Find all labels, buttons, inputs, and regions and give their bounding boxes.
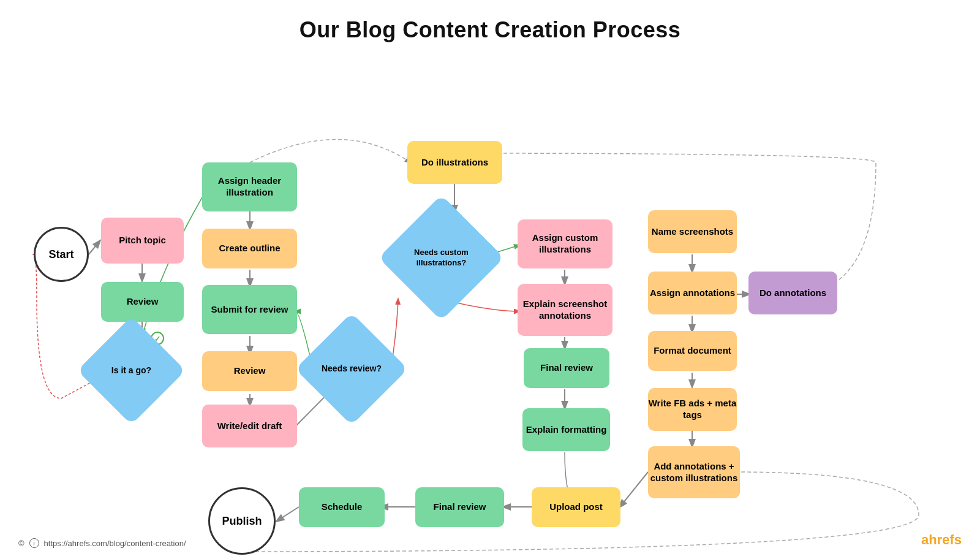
- needs-custom-node: Needs custom illustrations?: [397, 213, 486, 302]
- write-edit-node: Write/edit draft: [202, 405, 297, 447]
- assign-custom-node: Assign custom illustrations: [518, 219, 612, 268]
- pitch-topic-node: Pitch topic: [101, 218, 184, 264]
- assign-header-node: Assign header illustration: [202, 162, 297, 211]
- explain-formatting-node: Explain formatting: [522, 408, 610, 451]
- needs-review-node: Needs review?: [312, 329, 391, 409]
- brand-logo: ahrefs: [921, 532, 962, 548]
- review1-node: Review: [101, 282, 184, 322]
- review2-node: Review: [202, 351, 297, 391]
- final-review2-node: Final review: [415, 487, 504, 527]
- schedule-node: Schedule: [299, 487, 385, 527]
- info-icon: i: [29, 538, 39, 548]
- add-annotations-node: Add annotations + custom illustrations: [648, 446, 740, 498]
- submit-review-node: Submit for review: [202, 285, 297, 334]
- copyright-icon: ©: [18, 539, 24, 548]
- explain-screenshot-node: Explain screenshot annotations: [518, 284, 612, 336]
- write-fb-ads-node: Write FB ads + meta tags: [648, 388, 737, 431]
- svg-line-33: [277, 507, 299, 521]
- create-outline-node: Create outline: [202, 229, 297, 268]
- publish-node: Publish: [208, 487, 276, 555]
- name-screenshots-node: Name screenshots: [648, 210, 737, 253]
- start-node: Start: [34, 227, 89, 282]
- svg-line-0: [89, 241, 100, 254]
- final-review1-node: Final review: [524, 348, 609, 388]
- page-title: Our Blog Content Creation Process: [0, 0, 980, 43]
- is-it-a-go-node: Is it a go?: [93, 332, 170, 409]
- footer-url: https://ahrefs.com/blog/content-creation…: [44, 539, 186, 548]
- footer: © i https://ahrefs.com/blog/content-crea…: [18, 538, 186, 548]
- do-annotations-node: Do annotations: [748, 272, 837, 314]
- svg-line-30: [620, 472, 648, 507]
- upload-post-node: Upload post: [532, 487, 620, 527]
- do-illustrations-node: Do illustrations: [407, 141, 502, 184]
- format-document-node: Format document: [648, 331, 737, 371]
- assign-annotations-node: Assign annotations: [648, 272, 737, 314]
